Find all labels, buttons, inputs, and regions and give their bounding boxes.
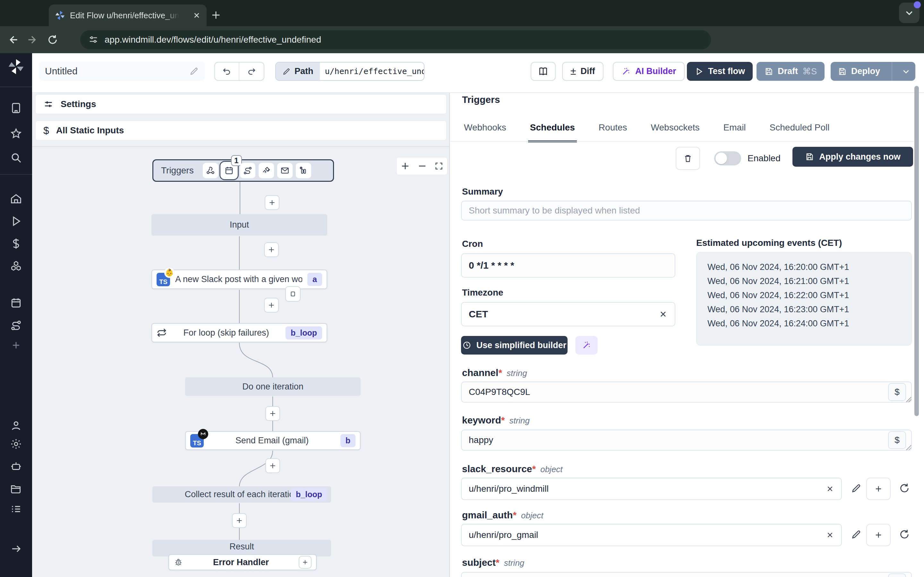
insert-step-button[interactable]	[232, 513, 247, 528]
undo-button[interactable]	[215, 63, 239, 80]
settings-gear-icon[interactable]	[9, 437, 23, 451]
home-icon[interactable]	[9, 192, 23, 206]
refresh-resource-icon[interactable]	[899, 529, 910, 540]
clear-resource-icon[interactable]	[826, 531, 834, 539]
collect-result-node[interactable]: Collect result of each iteration b_loop	[152, 486, 331, 503]
search-icon[interactable]	[9, 151, 23, 165]
reload-icon[interactable]	[45, 33, 60, 47]
resize-handle[interactable]	[905, 444, 911, 450]
panel-scrollbar[interactable]	[914, 86, 919, 416]
panel-divider[interactable]	[449, 93, 450, 577]
webhook-trigger-icon[interactable]	[203, 163, 218, 178]
tab-websockets[interactable]: Websockets	[649, 118, 702, 142]
zoom-in-icon[interactable]	[401, 161, 410, 171]
tab-webhooks[interactable]: Webhooks	[462, 118, 508, 142]
keyword-insert-var-button[interactable]: $	[888, 431, 906, 449]
test-flow-button[interactable]: Test flow	[687, 62, 753, 81]
workspace-building-icon[interactable]	[9, 101, 23, 115]
send-email-node[interactable]: TS Send Email (gmail) b	[185, 431, 360, 450]
channel-input[interactable]	[461, 382, 912, 403]
url-text[interactable]: app.windmill.dev/flows/edit/u/henri/effe…	[105, 35, 321, 45]
clear-resource-icon[interactable]	[826, 485, 834, 493]
enabled-toggle[interactable]	[714, 151, 741, 165]
simplified-builder-button[interactable]: Use simplified builder	[461, 336, 567, 355]
insert-step-button[interactable]	[265, 406, 280, 421]
refresh-resource-icon[interactable]	[899, 483, 910, 494]
input-node[interactable]: Input	[152, 214, 327, 235]
workers-robot-icon[interactable]	[9, 459, 23, 474]
tab-close-icon[interactable]	[192, 11, 201, 19]
diff-button[interactable]: ± Diff	[562, 62, 604, 81]
tab-scheduled-poll[interactable]: Scheduled Poll	[768, 118, 832, 142]
insert-step-button[interactable]	[265, 458, 280, 473]
flows-route-icon[interactable]	[9, 318, 23, 332]
ai-cron-wand-button[interactable]	[575, 336, 598, 355]
slack-resource-input[interactable]	[461, 478, 842, 500]
gmail-auth-input[interactable]	[461, 524, 842, 546]
for-loop-node[interactable]: For loop (skip failures) b_loop	[152, 323, 327, 342]
scheduled-poll-trigger-icon[interactable]	[296, 163, 311, 178]
path-input[interactable]: u/henri/effective_undef	[320, 63, 424, 80]
edit-resource-pencil-icon[interactable]	[851, 529, 862, 540]
timezone-input[interactable]	[461, 302, 675, 326]
zoom-out-icon[interactable]	[417, 161, 427, 171]
clear-timezone-icon[interactable]	[659, 309, 668, 319]
add-error-handler-button[interactable]	[299, 556, 312, 569]
favorites-star-icon[interactable]	[9, 127, 23, 141]
error-handler-node[interactable]: Error Handler	[168, 554, 317, 570]
docs-book-button[interactable]	[531, 62, 556, 81]
route-trigger-icon[interactable]	[240, 163, 255, 178]
cron-input[interactable]	[461, 253, 675, 277]
fit-view-icon[interactable]	[435, 161, 443, 171]
ai-builder-button[interactable]: AI Builder	[613, 62, 685, 81]
insert-step-button[interactable]	[264, 298, 279, 313]
variables-dollar-icon[interactable]	[9, 237, 23, 251]
draft-button[interactable]: Draft ⌘S	[756, 62, 825, 81]
url-bar[interactable]: app.windmill.dev/flows/edit/u/henri/effe…	[80, 30, 711, 49]
channel-insert-var-button[interactable]: $	[888, 383, 906, 401]
websocket-trigger-icon[interactable]	[258, 163, 274, 178]
insert-step-button[interactable]	[265, 195, 279, 210]
resources-cubes-icon[interactable]	[9, 259, 23, 273]
insert-step-button[interactable]	[264, 242, 279, 257]
add-resource-button[interactable]	[866, 524, 891, 546]
summary-input[interactable]	[461, 201, 912, 221]
tab-email[interactable]: Email	[722, 118, 748, 142]
delete-schedule-button[interactable]	[676, 147, 700, 170]
slack-step-node[interactable]: TS 👶 A new Slack post with a given wor..…	[152, 269, 327, 289]
schedule-trigger-icon[interactable]: 1	[221, 163, 237, 178]
flow-name-box[interactable]: Untitled	[39, 61, 205, 81]
schedules-calendar-icon[interactable]	[9, 296, 23, 310]
tab-routes[interactable]: Routes	[597, 118, 629, 142]
keyword-input[interactable]	[461, 430, 912, 451]
add-plus-icon[interactable]	[9, 338, 23, 352]
browser-tab[interactable]: Edit Flow u/henri/effective_un	[49, 5, 207, 26]
user-icon[interactable]	[9, 419, 23, 433]
path-field[interactable]: Path u/henri/effective_undef	[275, 62, 425, 81]
site-settings-icon[interactable]	[89, 35, 98, 45]
windmill-logo[interactable]	[7, 58, 25, 76]
triggers-node[interactable]: Triggers 1	[152, 159, 334, 182]
deploy-dropdown-button[interactable]	[897, 67, 915, 76]
subject-insert-var-button[interactable]: $	[888, 574, 906, 577]
tab-search-button[interactable]	[899, 3, 919, 23]
logs-list-icon[interactable]	[9, 502, 23, 516]
edit-resource-pencil-icon[interactable]	[851, 483, 862, 494]
folders-icon[interactable]	[9, 482, 23, 496]
edit-name-pencil-icon[interactable]	[189, 66, 199, 76]
deploy-button[interactable]: Deploy	[830, 62, 915, 81]
runs-play-icon[interactable]	[9, 214, 23, 228]
do-one-iteration-node[interactable]: Do one iteration	[185, 377, 360, 396]
subject-input[interactable]	[461, 572, 912, 577]
tab-schedules[interactable]: Schedules	[528, 118, 577, 142]
forward-icon[interactable]	[26, 33, 40, 47]
early-stop-button[interactable]	[285, 286, 300, 301]
redo-button[interactable]	[239, 63, 264, 80]
back-icon[interactable]	[6, 33, 20, 47]
new-tab-button[interactable]	[210, 10, 221, 21]
apply-changes-button[interactable]: Apply changes now	[792, 147, 913, 167]
expand-sidebar-arrow-icon[interactable]	[9, 542, 23, 556]
resize-handle[interactable]	[905, 396, 911, 402]
add-resource-button[interactable]	[866, 478, 891, 500]
email-trigger-icon[interactable]	[277, 163, 292, 178]
